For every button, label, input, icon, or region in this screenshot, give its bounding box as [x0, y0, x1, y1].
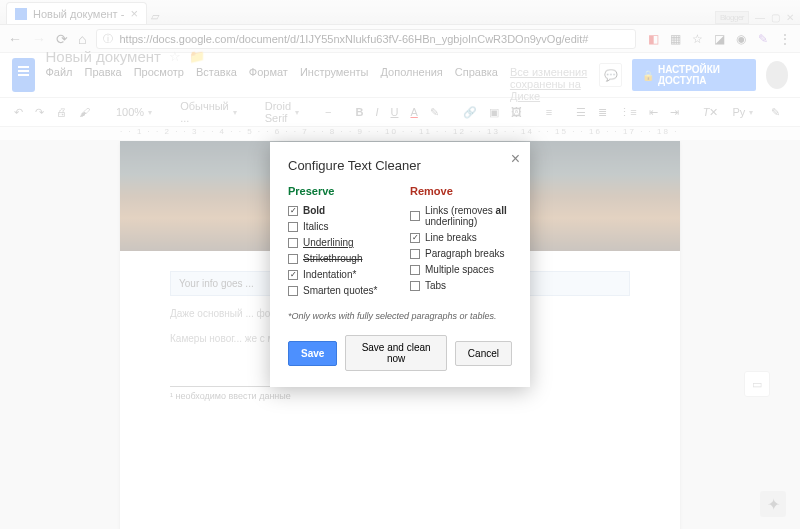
- save-button[interactable]: Save: [288, 341, 337, 366]
- option-label: Tabs: [425, 280, 446, 291]
- option-label: Smarten quotes*: [303, 285, 378, 296]
- checkbox[interactable]: [288, 222, 298, 232]
- remove-option-2[interactable]: Paragraph breaks: [410, 248, 512, 259]
- preserve-option-3[interactable]: Strikethrough: [288, 253, 390, 264]
- remove-heading: Remove: [410, 185, 512, 197]
- preserve-option-5[interactable]: Smarten quotes*: [288, 285, 390, 296]
- checkbox[interactable]: [288, 206, 298, 216]
- preserve-option-2[interactable]: Underlining: [288, 237, 390, 248]
- remove-option-0[interactable]: Links (removes all underlining): [410, 205, 512, 227]
- option-label: Bold: [303, 205, 325, 216]
- remove-option-3[interactable]: Multiple spaces: [410, 264, 512, 275]
- preserve-heading: Preserve: [288, 185, 390, 197]
- option-label: Paragraph breaks: [425, 248, 505, 259]
- option-label: Line breaks: [425, 232, 477, 243]
- save-clean-button[interactable]: Save and clean now: [345, 335, 447, 371]
- preserve-option-0[interactable]: Bold: [288, 205, 390, 216]
- option-label: Italics: [303, 221, 329, 232]
- checkbox[interactable]: [288, 238, 298, 248]
- option-label: Indentation*: [303, 269, 356, 280]
- preserve-option-1[interactable]: Italics: [288, 221, 390, 232]
- checkbox[interactable]: [288, 270, 298, 280]
- preserve-column: Preserve BoldItalicsUnderliningStrikethr…: [288, 185, 390, 301]
- option-label: Multiple spaces: [425, 264, 494, 275]
- dialog-title: Configure Text Cleaner: [288, 158, 512, 173]
- checkbox[interactable]: [288, 286, 298, 296]
- checkbox[interactable]: [410, 233, 420, 243]
- checkbox[interactable]: [288, 254, 298, 264]
- preserve-option-4[interactable]: Indentation*: [288, 269, 390, 280]
- remove-option-1[interactable]: Line breaks: [410, 232, 512, 243]
- option-label: Links (removes all underlining): [425, 205, 512, 227]
- text-cleaner-dialog: × Configure Text Cleaner Preserve BoldIt…: [270, 142, 530, 387]
- remove-option-4[interactable]: Tabs: [410, 280, 512, 291]
- close-icon[interactable]: ×: [511, 150, 520, 168]
- option-label: Strikethrough: [303, 253, 362, 264]
- modal-overlay: × Configure Text Cleaner Preserve BoldIt…: [0, 0, 800, 529]
- checkbox[interactable]: [410, 265, 420, 275]
- remove-column: Remove Links (removes all underlining)Li…: [410, 185, 512, 301]
- option-label: Underlining: [303, 237, 354, 248]
- checkbox[interactable]: [410, 249, 420, 259]
- cancel-button[interactable]: Cancel: [455, 341, 512, 366]
- checkbox[interactable]: [410, 211, 420, 221]
- checkbox[interactable]: [410, 281, 420, 291]
- dialog-note: *Only works with fully selected paragrap…: [288, 311, 512, 321]
